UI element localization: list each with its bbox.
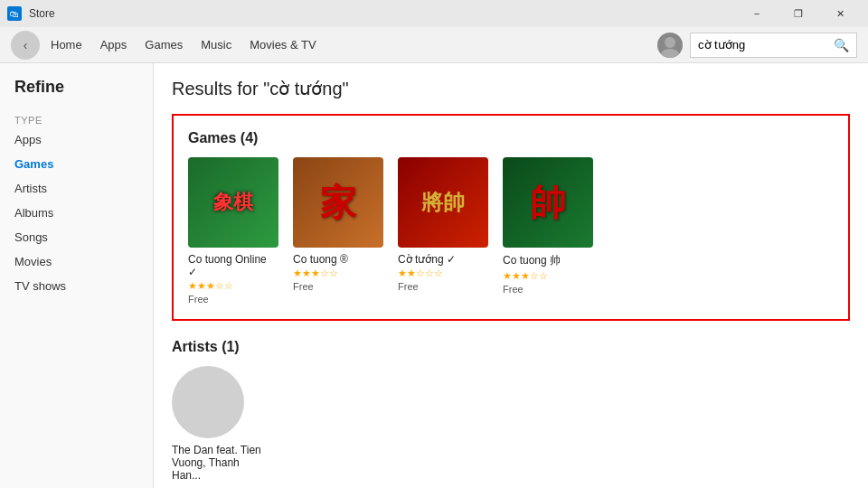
svg-point-1 — [661, 49, 679, 58]
games-section: Games (4) Co tuong Online ✓ ★★★☆☆ Free C… — [172, 114, 850, 321]
game-thumb-3 — [398, 157, 488, 248]
sidebar-title: Refine — [0, 78, 153, 108]
artists-section: Artists (1) The Dan feat. TienVuong, Tha… — [172, 339, 850, 482]
game-card-2[interactable]: Co tuong ® ★★★☆☆ Free — [293, 157, 383, 305]
game-thumb-2 — [293, 157, 383, 248]
game-card-3[interactable]: Cờ tướng ✓ ★★☆☆☆ Free — [398, 157, 488, 305]
game-card-1[interactable]: Co tuong Online ✓ ★★★☆☆ Free — [188, 157, 278, 305]
game-title-1: Co tuong Online ✓ — [188, 253, 278, 278]
game-thumb-1 — [188, 157, 278, 248]
nav-right: 🔍 — [657, 33, 857, 58]
search-box: 🔍 — [690, 33, 857, 58]
tab-movies[interactable]: Movies & TV — [250, 34, 316, 55]
sidebar-item-apps[interactable]: Apps — [0, 127, 153, 152]
main-layout: Refine Type Apps Games Artists Albums So… — [0, 63, 868, 488]
titlebar-title: Store — [29, 7, 55, 20]
game-thumb-4 — [503, 157, 593, 248]
sidebar-item-albums[interactable]: Albums — [0, 201, 153, 225]
titlebar: 🛍 Store − ❐ ✕ — [0, 0, 868, 27]
artist-avatar-1 — [172, 366, 244, 438]
content: Results for "cờ tướng" Games (4) Co tuon… — [154, 63, 868, 488]
artists-section-title: Artists (1) — [172, 339, 850, 355]
minimize-button[interactable]: − — [736, 0, 778, 27]
game-title-4: Co tuong 帅 — [503, 253, 593, 268]
nav-tabs: Home Apps Games Music Movies & TV — [51, 34, 654, 55]
game-grid: Co tuong Online ✓ ★★★☆☆ Free Co tuong ® … — [188, 157, 834, 305]
sidebar-item-songs[interactable]: Songs — [0, 225, 153, 249]
games-section-title: Games (4) — [188, 130, 834, 146]
back-button[interactable]: ‹ — [11, 31, 40, 60]
game-price-4: Free — [503, 284, 593, 295]
sidebar-type-label: Type — [0, 108, 153, 127]
game-price-2: Free — [293, 281, 383, 292]
search-icon[interactable]: 🔍 — [834, 38, 849, 52]
game-title-2: Co tuong ® — [293, 253, 383, 266]
sidebar: Refine Type Apps Games Artists Albums So… — [0, 63, 154, 488]
game-stars-3: ★★☆☆☆ — [398, 267, 488, 279]
game-card-4[interactable]: Co tuong 帅 ★★★☆☆ Free — [503, 157, 593, 305]
game-stars-2: ★★★☆☆ — [293, 267, 383, 279]
game-title-3: Cờ tướng ✓ — [398, 253, 488, 266]
tab-apps[interactable]: Apps — [100, 34, 127, 55]
sidebar-item-movies[interactable]: Movies — [0, 249, 153, 274]
artist-card-1[interactable]: The Dan feat. TienVuong, Thanh Han... — [172, 366, 262, 482]
app-icon: 🛍 — [7, 6, 22, 21]
restore-button[interactable]: ❐ — [778, 0, 819, 27]
search-input[interactable] — [698, 38, 834, 52]
sidebar-item-tvshows[interactable]: TV shows — [0, 274, 153, 298]
tab-music[interactable]: Music — [201, 34, 231, 55]
game-price-3: Free — [398, 281, 488, 292]
titlebar-left: 🛍 Store — [7, 6, 55, 21]
svg-point-0 — [665, 37, 675, 48]
game-price-1: Free — [188, 294, 278, 305]
sidebar-item-artists[interactable]: Artists — [0, 176, 153, 201]
results-header: Results for "cờ tướng" — [172, 78, 850, 99]
avatar[interactable] — [657, 33, 683, 58]
navbar: ‹ Home Apps Games Music Movies & TV 🔍 — [0, 27, 868, 63]
close-button[interactable]: ✕ — [819, 0, 861, 27]
artist-name-1: The Dan feat. TienVuong, Thanh Han... — [172, 444, 262, 482]
sidebar-item-games[interactable]: Games — [0, 152, 153, 176]
titlebar-controls: − ❐ ✕ — [736, 0, 861, 27]
tab-games[interactable]: Games — [145, 34, 183, 55]
game-stars-1: ★★★☆☆ — [188, 280, 278, 292]
game-stars-4: ★★★☆☆ — [503, 270, 593, 282]
tab-home[interactable]: Home — [51, 34, 82, 55]
